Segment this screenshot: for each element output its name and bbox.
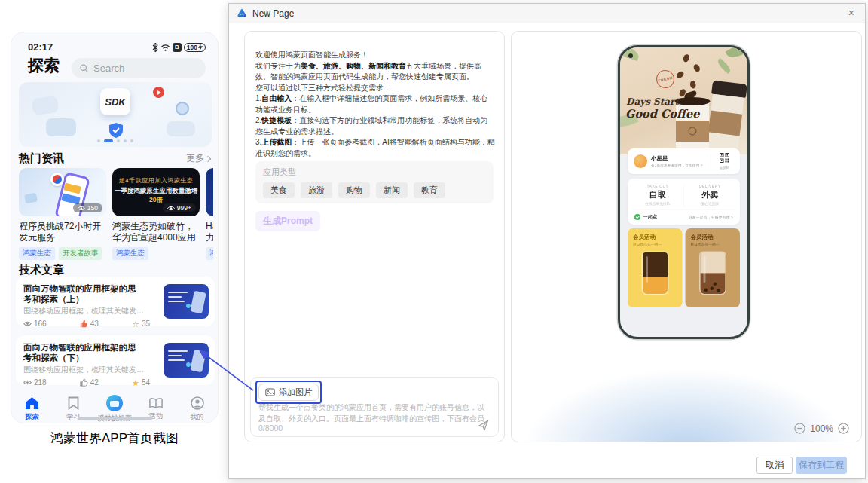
tag-travel[interactable]: 旅游 [301,182,332,198]
stars-stat: ☆ 35 [132,319,150,328]
article-thumbnail [164,284,209,319]
intro-line: 您可以通过以下三种方式轻松提交需求： [255,83,495,94]
article-card[interactable]: 面向万物智联的应用框架的思考和探索（上） 围绕移动应用框架，梳理其关键发展...… [16,277,215,326]
article-card[interactable]: 面向万物智联的应用框架的思考和探索（下） 围绕移动应用框架，梳理其关键发展...… [16,335,215,385]
cancel-button[interactable]: 取消 [756,457,793,474]
eye-icon [167,206,175,211]
tag-shopping[interactable]: 购物 [338,182,370,198]
promo-subtitle: 秋日饮品买一赠一 [633,243,677,248]
news-image: 150 [19,168,106,216]
banner-decor [32,96,60,116]
status-icons: B 100 [152,43,206,52]
news-card[interactable]: 150 程序员挑战72小时开发元服务 鸿蒙生态 开发者故事 [19,168,106,261]
star-icon: ☆ [132,320,139,328]
tag-food[interactable]: 美食 [263,182,295,198]
intro-item: 1.自由输入：在输入框中详细描述您的页面需求，例如所需场景、核心功能或业务目标。 [255,93,495,115]
pearl-decor [710,287,714,291]
banner-globe-decor [176,102,189,115]
divider [684,185,685,207]
order-card: TAKE OUT 自取 在线点单免排队 DELIVERY 外卖 安心送到家 [628,179,740,225]
news-image [206,168,213,216]
save-to-project-button[interactable]: 保存到工程 [796,457,847,474]
banner-script-text: Good Coffee [625,107,699,120]
prompt-textarea[interactable] [258,402,491,426]
user-name: 小星星 [651,154,708,162]
news-image-text: 一季度鸿蒙原生应用数量激增20倍 [112,187,200,205]
more-link[interactable]: 更多 [186,152,210,165]
tag-news[interactable]: 新闻 [376,182,408,198]
zoom-in-icon[interactable] [838,423,849,434]
generate-prompt-button[interactable]: 生成Prompt [255,211,320,231]
article-desc: 围绕移动应用框架，梳理其关键发展... [23,365,144,375]
news-image-logo-decor [50,173,64,186]
camera-hole [628,53,633,58]
close-icon[interactable]: × [848,7,854,19]
tag-education[interactable]: 教育 [414,182,445,198]
hero-banner[interactable]: SDK [19,82,212,147]
chevron-right-icon [205,155,211,161]
eye-icon [23,321,32,326]
search-bar[interactable] [72,58,206,78]
thumb-up-icon [80,378,88,387]
carousel-dots [19,139,212,142]
coffee-bean-decor [692,63,701,73]
home-indicator [78,417,153,420]
screenshot-caption: 鸿蒙世界APP首页截图 [11,430,219,447]
intro-line: 欢迎使用鸿蒙页面智能生成服务！ [255,50,495,61]
sdk-cube: SDK [100,88,130,115]
user-info: 小星星 有1条优惠券未使用，立即使用 > [651,154,708,168]
coffee-bean-decor [675,70,685,79]
tag-badge: 鸿蒙生态 [112,247,148,260]
news-tags: 鸿蒙生态 开发者故事 [19,247,106,260]
dialog-titlebar[interactable]: New Page × [229,4,865,23]
coffee-banner: FRESH Days Start Good Coffee [620,47,747,154]
article-desc: 围绕移动应用框架，梳理其关键发展... [23,306,144,316]
status-bar: 02:17 B 100 [28,41,206,53]
preview-panel: FRESH Days Start Good Coffee [511,31,862,442]
promo-title: 会员活动 [633,234,677,241]
battery-icon: 100 [184,43,206,52]
banner-decor [46,118,76,136]
article-title: 面向万物智联的应用框架的思考和探索（下） [23,342,144,363]
promo-card: 会员活动 秋日饮品买一赠一 [628,228,683,307]
cup-band [708,111,742,136]
delivery-option: DELIVERY 外卖 安心送到家 [684,184,737,206]
tag-badge: 鸿 [206,247,213,260]
article-stats: 166 43 ☆ 35 [23,319,150,328]
drink-gloss [703,256,705,283]
page-title: 探索 [28,55,60,76]
search-input[interactable] [93,63,184,74]
search-icon [79,63,89,73]
prompt-input-box[interactable]: 添加图片 0/8000 [250,377,499,437]
eye-icon [78,206,85,211]
cup-body [705,94,744,154]
view-count-badge: 999+ [163,203,196,212]
cup-band [676,121,709,142]
charging-icon [198,44,203,51]
qr-code-icon [720,153,729,163]
news-card-clipped[interactable]: Ha 力 鸿 [206,168,213,261]
news-card-row: 150 程序员挑战72小时开发元服务 鸿蒙生态 开发者故事 超4千款应用加入鸿蒙… [19,168,213,261]
banner-decor [167,121,195,136]
wifi-icon [160,44,170,51]
char-counter: 0/8000 [258,423,283,433]
banner-script-text: Days Start [626,96,679,107]
play-icon [153,87,164,98]
challenge-icon [106,395,123,411]
zoom-out-icon[interactable] [794,423,805,434]
articles-header: 技术文章 [19,263,210,277]
sim-icon: B [173,43,182,52]
news-card[interactable]: 超4千款应用加入鸿蒙生态 一季度鸿蒙原生应用数量激增20倍 999+ 鸿蒙生态势… [112,168,200,261]
carousel-dot [124,139,127,142]
promo-cards: 会员活动 秋日饮品买一赠一 会员活动 秋日饮品买一赠一 [628,228,740,307]
user-coupon-text: 有1条优惠券未使用，立即使用 > [651,163,708,168]
send-icon[interactable] [478,420,489,431]
thumbnail-decor [168,296,182,298]
shield-check-icon [109,123,123,141]
nav-item-explore[interactable]: 探索 [11,390,53,423]
user-card: 小星星 有1条优惠券未使用，立即使用 > 会员码 [628,148,740,174]
zoom-control: 100% [794,423,849,434]
coffee-cup-back [704,81,747,154]
dialog-title: New Page [252,8,294,19]
thumbnail-decor [168,350,188,352]
